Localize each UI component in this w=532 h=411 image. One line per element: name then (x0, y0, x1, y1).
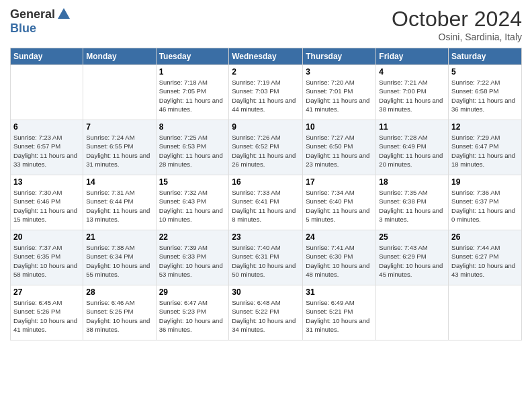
calendar-day-cell: 24Sunrise: 7:41 AM Sunset: 6:30 PM Dayli… (303, 230, 376, 285)
day-number: 6 (13, 122, 80, 132)
calendar-day-cell: 30Sunrise: 6:48 AM Sunset: 5:22 PM Dayli… (229, 285, 303, 340)
day-info: Sunrise: 7:35 AM Sunset: 6:38 PM Dayligh… (379, 188, 445, 224)
logo-blue-text: Blue (10, 21, 36, 36)
day-info: Sunrise: 7:38 AM Sunset: 6:34 PM Dayligh… (86, 243, 152, 279)
calendar-week-row: 27Sunrise: 6:45 AM Sunset: 5:26 PM Dayli… (11, 285, 522, 340)
title-section: October 2024 Osini, Sardinia, Italy (392, 7, 522, 42)
calendar-day-cell: 8Sunrise: 7:25 AM Sunset: 6:53 PM Daylig… (156, 120, 229, 175)
day-number: 2 (232, 67, 300, 77)
day-number: 23 (232, 232, 300, 242)
calendar-table: Sunday Monday Tuesday Wednesday Thursday… (10, 48, 522, 340)
day-info: Sunrise: 7:18 AM Sunset: 7:05 PM Dayligh… (159, 78, 226, 113)
day-number: 26 (451, 232, 519, 242)
calendar-day-cell: 16Sunrise: 7:33 AM Sunset: 6:41 PM Dayli… (229, 175, 303, 230)
header-sunday: Sunday (11, 48, 83, 65)
day-number: 21 (86, 232, 152, 242)
calendar-header-row: Sunday Monday Tuesday Wednesday Thursday… (11, 48, 522, 65)
day-number: 30 (232, 287, 300, 297)
svg-marker-0 (58, 8, 70, 19)
day-info: Sunrise: 7:37 AM Sunset: 6:35 PM Dayligh… (13, 243, 80, 279)
logo-general-text: General (10, 7, 55, 21)
day-info: Sunrise: 7:20 AM Sunset: 7:01 PM Dayligh… (306, 78, 373, 113)
calendar-week-row: 1Sunrise: 7:18 AM Sunset: 7:05 PM Daylig… (11, 65, 522, 120)
calendar-day-cell: 2Sunrise: 7:19 AM Sunset: 7:03 PM Daylig… (229, 65, 303, 120)
calendar-day-cell: 14Sunrise: 7:31 AM Sunset: 6:44 PM Dayli… (83, 175, 156, 230)
day-info: Sunrise: 7:30 AM Sunset: 6:46 PM Dayligh… (13, 188, 80, 224)
day-number: 9 (232, 122, 300, 132)
calendar-day-cell: 1Sunrise: 7:18 AM Sunset: 7:05 PM Daylig… (156, 65, 229, 120)
calendar-day-cell: 21Sunrise: 7:38 AM Sunset: 6:34 PM Dayli… (83, 230, 156, 285)
day-number: 3 (306, 67, 373, 77)
calendar-day-cell: 26Sunrise: 7:44 AM Sunset: 6:27 PM Dayli… (449, 230, 522, 285)
day-number: 25 (379, 232, 445, 242)
calendar-day-cell: 7Sunrise: 7:24 AM Sunset: 6:55 PM Daylig… (83, 120, 156, 175)
day-info: Sunrise: 7:19 AM Sunset: 7:03 PM Dayligh… (232, 78, 300, 113)
day-info: Sunrise: 7:24 AM Sunset: 6:55 PM Dayligh… (86, 133, 152, 169)
calendar-body: 1Sunrise: 7:18 AM Sunset: 7:05 PM Daylig… (11, 65, 522, 340)
day-info: Sunrise: 7:39 AM Sunset: 6:33 PM Dayligh… (159, 243, 226, 279)
calendar-day-cell (11, 65, 83, 120)
month-title: October 2024 (392, 7, 522, 32)
day-info: Sunrise: 7:33 AM Sunset: 6:41 PM Dayligh… (232, 188, 300, 224)
calendar-day-cell: 28Sunrise: 6:46 AM Sunset: 5:25 PM Dayli… (83, 285, 156, 340)
day-number: 10 (306, 122, 373, 132)
header-friday: Friday (376, 48, 449, 65)
header-monday: Monday (83, 48, 156, 65)
calendar-day-cell: 5Sunrise: 7:22 AM Sunset: 6:58 PM Daylig… (449, 65, 522, 120)
day-info: Sunrise: 7:23 AM Sunset: 6:57 PM Dayligh… (13, 133, 80, 169)
day-info: Sunrise: 7:43 AM Sunset: 6:29 PM Dayligh… (379, 243, 445, 279)
day-number: 4 (379, 67, 445, 77)
day-number: 13 (13, 177, 80, 187)
day-info: Sunrise: 7:44 AM Sunset: 6:27 PM Dayligh… (451, 243, 519, 279)
calendar-week-row: 6Sunrise: 7:23 AM Sunset: 6:57 PM Daylig… (11, 120, 522, 175)
day-info: Sunrise: 7:29 AM Sunset: 6:47 PM Dayligh… (451, 133, 519, 169)
calendar-day-cell: 22Sunrise: 7:39 AM Sunset: 6:33 PM Dayli… (156, 230, 229, 285)
day-number: 16 (232, 177, 300, 187)
calendar-day-cell (449, 285, 522, 340)
day-info: Sunrise: 7:36 AM Sunset: 6:37 PM Dayligh… (451, 188, 519, 224)
day-number: 5 (451, 67, 519, 77)
day-number: 28 (86, 287, 152, 297)
day-info: Sunrise: 7:21 AM Sunset: 7:00 PM Dayligh… (379, 78, 445, 113)
calendar-day-cell: 20Sunrise: 7:37 AM Sunset: 6:35 PM Dayli… (11, 230, 83, 285)
header-saturday: Saturday (449, 48, 522, 65)
page-container: General Blue October 2024 Osini, Sardini… (0, 0, 532, 347)
calendar-day-cell: 19Sunrise: 7:36 AM Sunset: 6:37 PM Dayli… (449, 175, 522, 230)
day-info: Sunrise: 6:47 AM Sunset: 5:23 PM Dayligh… (159, 298, 226, 334)
day-info: Sunrise: 6:48 AM Sunset: 5:22 PM Dayligh… (232, 298, 300, 334)
logo-icon (56, 7, 71, 21)
day-number: 31 (306, 287, 373, 297)
calendar-day-cell: 13Sunrise: 7:30 AM Sunset: 6:46 PM Dayli… (11, 175, 83, 230)
day-number: 27 (13, 287, 80, 297)
location-subtitle: Osini, Sardinia, Italy (392, 32, 522, 42)
calendar-week-row: 13Sunrise: 7:30 AM Sunset: 6:46 PM Dayli… (11, 175, 522, 230)
day-info: Sunrise: 7:25 AM Sunset: 6:53 PM Dayligh… (159, 133, 226, 169)
calendar-day-cell: 9Sunrise: 7:26 AM Sunset: 6:52 PM Daylig… (229, 120, 303, 175)
day-number: 17 (306, 177, 373, 187)
page-header: General Blue October 2024 Osini, Sardini… (10, 7, 522, 42)
day-number: 8 (159, 122, 226, 132)
header-wednesday: Wednesday (229, 48, 303, 65)
day-number: 19 (451, 177, 519, 187)
calendar-day-cell: 15Sunrise: 7:32 AM Sunset: 6:43 PM Dayli… (156, 175, 229, 230)
calendar-day-cell: 25Sunrise: 7:43 AM Sunset: 6:29 PM Dayli… (376, 230, 449, 285)
day-info: Sunrise: 7:28 AM Sunset: 6:49 PM Dayligh… (379, 133, 445, 169)
day-info: Sunrise: 7:31 AM Sunset: 6:44 PM Dayligh… (86, 188, 152, 224)
calendar-week-row: 20Sunrise: 7:37 AM Sunset: 6:35 PM Dayli… (11, 230, 522, 285)
day-number: 12 (451, 122, 519, 132)
header-tuesday: Tuesday (156, 48, 229, 65)
calendar-day-cell: 6Sunrise: 7:23 AM Sunset: 6:57 PM Daylig… (11, 120, 83, 175)
calendar-day-cell: 11Sunrise: 7:28 AM Sunset: 6:49 PM Dayli… (376, 120, 449, 175)
day-number: 7 (86, 122, 152, 132)
day-number: 24 (306, 232, 373, 242)
calendar-day-cell (376, 285, 449, 340)
calendar-day-cell: 17Sunrise: 7:34 AM Sunset: 6:40 PM Dayli… (303, 175, 376, 230)
day-number: 1 (159, 67, 226, 77)
day-info: Sunrise: 7:27 AM Sunset: 6:50 PM Dayligh… (306, 133, 373, 169)
calendar-day-cell: 18Sunrise: 7:35 AM Sunset: 6:38 PM Dayli… (376, 175, 449, 230)
calendar-day-cell: 23Sunrise: 7:40 AM Sunset: 6:31 PM Dayli… (229, 230, 303, 285)
calendar-day-cell: 4Sunrise: 7:21 AM Sunset: 7:00 PM Daylig… (376, 65, 449, 120)
calendar-day-cell (83, 65, 156, 120)
day-info: Sunrise: 7:26 AM Sunset: 6:52 PM Dayligh… (232, 133, 300, 169)
day-info: Sunrise: 7:41 AM Sunset: 6:30 PM Dayligh… (306, 243, 373, 279)
